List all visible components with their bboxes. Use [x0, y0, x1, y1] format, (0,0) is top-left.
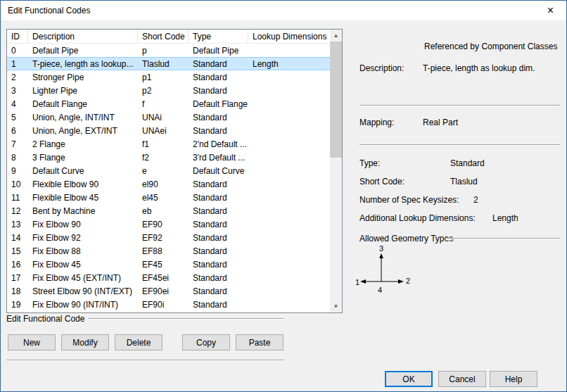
type-label: Type: — [359, 158, 380, 168]
close-icon: × — [547, 5, 554, 16]
help-button[interactable]: Help — [490, 371, 537, 387]
table-cell: Fix Elbow 90 (INT/INT) — [28, 298, 138, 311]
table-row[interactable]: 18Street Elbow 90 (INT/EXT)EF90eiStandar… — [7, 284, 330, 298]
table-row[interactable]: 83 Flangef23'rd Default ... — [7, 151, 330, 164]
scroll-thumb[interactable] — [330, 42, 342, 158]
geometry-axis-icon: 3 1 2 4 — [355, 243, 412, 298]
delete-button[interactable]: Delete — [115, 334, 163, 350]
column-header-type[interactable]: Type — [189, 30, 248, 43]
table-row[interactable]: 0Default PipepDefault Pipe — [7, 44, 330, 57]
table-cell: Standard — [189, 177, 248, 191]
new-button[interactable]: New — [8, 334, 56, 350]
table-cell: 3 — [7, 84, 28, 97]
table-cell: Fix Elbow 92 — [28, 231, 138, 244]
table-cell: Fix Elbow 45 (EXT/INT) — [28, 271, 138, 284]
table-row[interactable]: 2Stronger Pipep1Standard — [7, 70, 330, 84]
table-cell: Standard — [189, 110, 248, 124]
table-cell: 10 — [7, 177, 28, 191]
table-cell — [248, 110, 330, 124]
table-row[interactable]: 3Lighter Pipep2Standard — [7, 84, 330, 97]
table-cell: f1 — [138, 137, 189, 151]
button-label: Copy — [196, 338, 216, 348]
axis-label-origin: 4 — [378, 286, 382, 294]
table-cell: Standard — [189, 204, 248, 217]
table-cell: EF92 — [138, 231, 189, 244]
table-cell: p2 — [138, 84, 189, 97]
cancel-button[interactable]: Cancel — [438, 371, 486, 387]
table-cell: Standard — [189, 271, 248, 284]
table-cell: 17 — [7, 271, 28, 284]
column-header-lookup-dimensions[interactable]: Lookup Dimensions — [248, 30, 330, 43]
paste-button[interactable]: Paste — [236, 334, 284, 350]
divider — [445, 238, 560, 239]
table-cell: el90 — [138, 177, 189, 191]
table-row[interactable]: 16Fix Elbow 45EF45Standard — [7, 258, 330, 271]
table-row[interactable]: 13Fix Elbow 90EF90Standard — [7, 217, 330, 231]
table-row[interactable]: 72 Flangef12'nd Default ... — [7, 137, 330, 151]
table-row[interactable]: 14Fix Elbow 92EF92Standard — [7, 231, 330, 244]
button-label: OK — [402, 374, 414, 384]
table-cell: 9 — [7, 164, 28, 177]
table-cell: 7 — [7, 137, 28, 151]
vertical-scrollbar[interactable]: ▲ ▼ — [330, 30, 342, 312]
table-cell: f — [138, 97, 189, 110]
button-label: New — [23, 338, 40, 348]
ok-button[interactable]: OK — [385, 371, 433, 387]
table-cell — [248, 97, 330, 110]
table-cell: Standard — [189, 58, 248, 70]
type-value: Standard — [450, 158, 485, 168]
table-cell: 13 — [7, 217, 28, 231]
table-cell: Standard — [189, 258, 248, 271]
table-cell: 6 — [7, 124, 28, 137]
column-header-id[interactable]: ID — [7, 30, 28, 43]
table-cell: EF45ei — [138, 271, 189, 284]
scroll-up-button[interactable]: ▲ — [330, 30, 342, 42]
table-cell: Length — [248, 58, 330, 70]
table-cell: Fix Elbow 45 — [28, 258, 138, 271]
scroll-down-button[interactable]: ▼ — [330, 301, 342, 312]
table-row[interactable]: 12Bent by MachineebStandard — [7, 204, 330, 217]
table-cell: Union, Angle, EXT/INT — [28, 124, 138, 137]
table-cell: EF90ei — [138, 284, 189, 298]
table-row[interactable]: 17Fix Elbow 45 (EXT/INT)EF45eiStandard — [7, 271, 330, 284]
table-row[interactable]: 6Union, Angle, EXT/INTUNAeiStandard — [7, 124, 330, 137]
table-cell: f2 — [138, 151, 189, 164]
modify-button[interactable]: Modify — [61, 334, 109, 350]
table-cell: 11 — [7, 191, 28, 204]
close-button[interactable]: × — [535, 1, 566, 20]
divider — [6, 360, 284, 361]
table-row[interactable]: 9Default CurveeDefault Curve — [7, 164, 330, 177]
table-cell — [248, 177, 330, 191]
table-cell: UNAi — [138, 110, 189, 124]
table-row[interactable]: 11Flexible Elbow 45el45Standard — [7, 191, 330, 204]
table-row[interactable]: 5Union, Angle, INT/INTUNAiStandard — [7, 110, 330, 124]
table-cell: Fix Elbow 88 — [28, 244, 138, 258]
table-row[interactable]: 15Fix Elbow 88EF88Standard — [7, 244, 330, 258]
table-cell: 5 — [7, 110, 28, 124]
table-cell: el45 — [138, 191, 189, 204]
table-row[interactable]: 4Default FlangefDefault Flange — [7, 97, 330, 110]
table-cell: 2 Flange — [28, 137, 138, 151]
table-cell — [248, 244, 330, 258]
table-cell: 16 — [7, 258, 28, 271]
copy-button[interactable]: Copy — [182, 334, 230, 350]
table-cell: eb — [138, 204, 189, 217]
table-cell: Standard — [189, 70, 248, 84]
table-row[interactable]: 19Fix Elbow 90 (INT/INT)EF90iStandard — [7, 298, 330, 311]
description-value: T-piece, length as lookup dim. — [423, 63, 535, 73]
table-cell: Standard — [189, 244, 248, 258]
column-header-short-code[interactable]: Short Code — [138, 30, 189, 43]
table-row[interactable]: 10Flexible Elbow 90el90Standard — [7, 177, 330, 191]
table-row[interactable]: 1T-piece, length as lookup...TlasludStan… — [7, 57, 330, 70]
table-cell: Flexible Elbow 90 — [28, 177, 138, 191]
table-cell: Default Pipe — [28, 44, 138, 57]
table-cell: Standard — [189, 84, 248, 97]
divider — [359, 105, 560, 106]
edit-group-header: Edit Functional Code — [6, 314, 284, 324]
short-code-value: Tlaslud — [450, 177, 478, 186]
functional-codes-table: ID Description Short Code Type Lookup Di… — [6, 29, 343, 313]
table-cell — [248, 44, 330, 57]
table-cell: EF45 — [138, 258, 189, 271]
table-cell: 2 — [7, 70, 28, 84]
column-header-description[interactable]: Description — [28, 30, 138, 43]
